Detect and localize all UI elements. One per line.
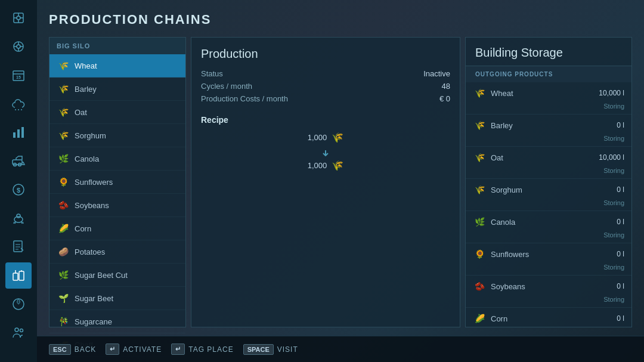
svg-line-31 [23,222,23,224]
stat-label-costs: Production Costs / month [201,94,288,103]
storage-amount-sunflowers: 0 l [617,250,624,258]
panel-list: BIG SILO 🌾 Wheat 🌾 Barley 🌾 Oat 🌾 Sorghu… [49,37,186,327]
storage-list[interactable]: 🌾 Wheat 10,000 l Storing 🌾 Barley 0 l St… [466,82,631,327]
sidebar-item-farm[interactable] [5,33,32,60]
weather-icon [10,95,27,112]
stat-value-status: Inactive [423,69,450,78]
storage-status-oat: Storing [466,166,631,178]
product-item-soybeans[interactable]: 🫘 Soybeans [49,194,185,217]
product-item-oat[interactable]: 🌾 Oat [49,101,185,124]
potatoes-icon: 🥔 [57,245,70,258]
svg-rect-19 [17,129,20,138]
storage-name-sorghum: Sorghum [491,185,612,194]
storage-item-top-barley: 🌾 Barley 0 l [466,115,631,134]
svg-line-29 [21,222,22,224]
storage-item-corn: 🌽 Corn 0 l Storing [466,308,631,327]
stats-icon [10,124,27,141]
svg-rect-37 [19,271,24,280]
storage-item-top-canola: 🌿 Canola 0 l [466,211,631,230]
page-title: PRODUCTION CHAINS [49,12,632,27]
storage-item-top-sunflowers: 🌻 Sunflowers 0 l [466,243,631,262]
product-item-potatoes[interactable]: 🥔 Potatoes [49,240,185,264]
sidebar-item-contracts[interactable] [5,234,32,260]
recipe-output-icon: 🌾 [332,160,343,171]
panel-production: Production Status Inactive Cycles / mont… [191,37,460,327]
storage-sorghum-icon: 🌾 [473,183,486,196]
sidebar-item-finance[interactable]: $ [5,177,32,203]
storage-item-barley: 🌾 Barley 0 l Storing [466,115,631,147]
product-item-sugarcane[interactable]: 🎋 Sugarcane [49,310,185,333]
sidebar-item-map[interactable] [5,5,32,31]
production-title: Production [201,47,450,61]
product-item-sunflowers[interactable]: 🌻 Sunflowers [49,171,185,194]
svg-point-1 [17,16,20,20]
key-space: SPACE [243,344,274,355]
map-icon [10,10,27,26]
storage-status-canola: Storing [466,230,631,243]
storage-status-barley: Storing [466,134,631,146]
product-item-sugar-beet-cut[interactable]: 🌿 Sugar Beet Cut [49,264,185,287]
sugar-beet-cut-icon: 🌿 [57,268,70,281]
product-name-barley: Barley [75,85,97,94]
storage-amount-oat: 10,000 l [599,153,624,162]
product-name-soybeans: Soybeans [75,201,109,210]
stat-label-status: Status [201,69,223,78]
product-item-sorghum[interactable]: 🌾 Sorghum [49,124,185,147]
svg-text:$: $ [17,187,20,194]
product-name-canola: Canola [75,154,99,163]
key-enter-tag: ↵ [171,344,185,355]
svg-point-27 [17,214,20,218]
production-icon [10,267,27,284]
oat-icon: 🌾 [57,106,70,119]
contracts-icon [10,239,27,255]
sidebar-item-calendar[interactable]: 15 [5,62,32,88]
svg-rect-32 [14,241,22,252]
product-name-sunflowers: Sunflowers [75,178,113,187]
product-name-wheat: Wheat [75,61,97,70]
soybeans-icon: 🫘 [57,199,70,212]
storage-amount-sorghum: 0 l [617,185,624,194]
recipe-label: Recipe [201,115,450,125]
storage-item-top-corn: 🌽 Corn 0 l [466,308,631,327]
product-name-corn: Corn [75,224,91,233]
svg-point-41 [15,328,18,332]
product-item-sugar-beet[interactable]: 🌱 Sugar Beet [49,287,185,310]
sugar-beet-icon: 🌱 [57,292,70,305]
storage-status-sorghum: Storing [466,198,631,211]
sidebar-item-animals[interactable] [5,205,32,231]
recipe-output: 1,000 🌾 [201,160,450,171]
sidebar-item-workers[interactable] [5,320,32,346]
storage-name-corn: Corn [491,314,612,323]
recipe-input-icon: 🌾 [332,132,343,143]
product-item-barley[interactable]: 🌾 Barley [49,78,185,101]
storage-amount-soybeans: 0 l [617,282,624,290]
svg-point-42 [20,329,23,332]
product-name-sugar-beet-cut: Sugar Beet Cut [75,271,128,280]
sidebar-item-weather[interactable] [5,91,32,117]
barley-icon: 🌾 [57,82,70,95]
fields-icon [10,296,27,313]
key-label-activate: ACTIVATE [123,345,162,354]
product-item-corn[interactable]: 🌽 Corn [49,217,185,240]
main-content: PRODUCTION CHAINS BIG SILO 🌾 Wheat 🌾 Bar… [37,0,644,362]
storage-status-soybeans: Storing [466,295,631,307]
sidebar-item-vehicles[interactable] [5,148,32,174]
storage-barley-icon: 🌾 [473,119,486,132]
storage-name-barley: Barley [491,121,612,130]
sidebar-item-production[interactable] [5,262,32,289]
recipe-input-amount: 1,000 [308,133,327,142]
storage-amount-barley: 0 l [617,121,624,129]
sidebar-item-stats[interactable] [5,119,32,146]
farm-icon [10,38,27,55]
sidebar-item-fields[interactable] [5,291,32,317]
canola-icon: 🌿 [57,152,70,165]
key-enter-activate: ↵ [106,344,119,355]
storage-amount-corn: 0 l [617,314,624,323]
product-name-potatoes: Potatoes [75,247,105,256]
key-hint-visit: SPACE VISIT [243,344,298,355]
bottom-bar: ESC BACK ↵ ACTIVATE ↵ TAG PLACE SPACE VI… [37,336,644,362]
product-item-wheat[interactable]: 🌾 Wheat [49,54,185,78]
storage-item-top-oat: 🌾 Oat 10,000 l [466,147,631,166]
product-item-canola[interactable]: 🌿 Canola [49,147,185,171]
storage-name-soybeans: Soybeans [491,282,612,291]
